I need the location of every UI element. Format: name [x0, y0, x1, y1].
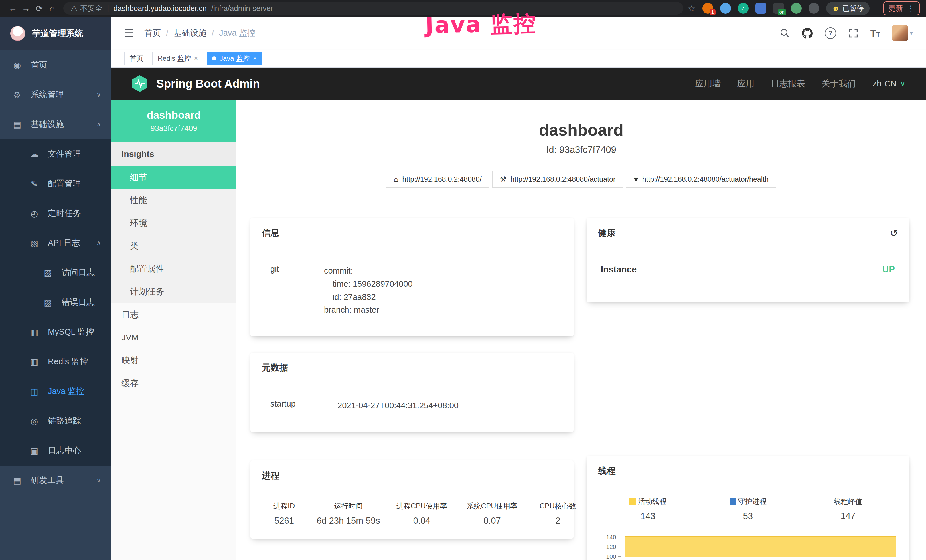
sba-body: dashboard 93a3fc7f7409 Insights 细节 性能 环境… — [111, 100, 926, 560]
sba-nav-wallboard[interactable]: 应用墙 — [695, 78, 721, 89]
threads-card-header: 线程 — [587, 456, 910, 486]
user-menu[interactable]: ▾ — [892, 25, 913, 41]
logo-avatar — [10, 26, 25, 41]
legend-label: 守护进程 — [738, 496, 767, 506]
sba-nav-applications[interactable]: 应用 — [737, 78, 754, 89]
sba-locale-select[interactable]: zh-CN ∨ — [872, 79, 905, 88]
header-actions: ? TT ▾ — [780, 25, 913, 41]
inst-item-mappings[interactable]: 映射 — [111, 349, 236, 372]
redis-icon: ▥ — [29, 357, 39, 367]
threads-chart: 140 120 100 — [598, 535, 898, 560]
extension-leaf-icon[interactable] — [791, 3, 802, 14]
tag-redis-monitor[interactable]: Redis 监控 × — [152, 51, 203, 65]
threads-card-body: 活动线程 143 守护进程 53 线程峰值 — [587, 486, 910, 560]
breadcrumb-home[interactable]: 首页 — [144, 27, 161, 39]
extension-pin-icon[interactable] — [808, 3, 819, 14]
address-bar[interactable]: ⚠ 不安全 | dashboard.yudao.iocoder.cn/infra… — [63, 2, 683, 15]
browser-home-icon[interactable]: ⌂ — [45, 3, 59, 13]
col-value: 0.04 — [390, 516, 454, 526]
sidebar-item-config-manage[interactable]: ✎ 配置管理 — [0, 169, 111, 198]
sidebar-item-label: Java 监控 — [48, 386, 84, 397]
service-url-link[interactable]: ⌂ http://192.168.0.2:48080/ — [386, 171, 489, 188]
sidebar-item-label: 配置管理 — [48, 178, 81, 189]
tag-java-monitor[interactable]: Java 监控 × — [207, 51, 262, 65]
file-icon: ☁ — [29, 149, 39, 159]
instance-header: dashboard 93a3fc7f7409 — [111, 100, 236, 142]
extension-check-icon[interactable]: ✓ — [738, 3, 749, 14]
url-separator: | — [107, 4, 109, 13]
help-icon[interactable]: ? — [825, 27, 836, 39]
browser-reload-icon[interactable]: ⟳ — [33, 3, 45, 14]
tag-label: Redis 监控 — [158, 54, 191, 63]
browser-back-icon[interactable]: ← — [6, 3, 20, 13]
search-icon[interactable] — [780, 28, 790, 38]
extension-on-icon[interactable]: on — [773, 3, 784, 14]
hamburger-icon[interactable]: ☰ — [124, 27, 134, 39]
avatar[interactable] — [892, 25, 908, 41]
bookmark-star-icon[interactable]: ☆ — [688, 3, 696, 14]
process-card-body: 进程ID 5261 运行时间 6d 23h 15m 59s — [250, 491, 573, 539]
heart-icon: ♥ — [634, 175, 638, 184]
sidebar-item-trace[interactable]: ◎ 链路追踪 — [0, 406, 111, 436]
inst-item-scheduled-tasks[interactable]: 计划任务 — [111, 280, 236, 303]
sidebar-item-error-log[interactable]: ▨ 错误日志 — [0, 288, 111, 317]
health-instance-row[interactable]: Instance UP — [601, 265, 896, 282]
fullscreen-icon[interactable] — [848, 28, 858, 38]
sidebar-item-home[interactable]: ◉ 首页 — [0, 50, 111, 80]
sidebar-item-redis-monitor[interactable]: ▥ Redis 监控 — [0, 347, 111, 377]
inst-item-classes[interactable]: 类 — [111, 235, 236, 257]
inst-item-environment[interactable]: 环境 — [111, 212, 236, 235]
paused-label: 已暂停 — [843, 4, 864, 13]
url-path: /infra/admin-server — [211, 4, 273, 13]
history-icon[interactable]: ↺ — [890, 227, 898, 239]
sba-nav-about[interactable]: 关于我们 — [822, 78, 856, 89]
sidebar-item-access-log[interactable]: ▨ 访问日志 — [0, 258, 111, 288]
chevron-up-icon: ∧ — [96, 239, 101, 247]
update-chip[interactable]: 更新 ⋮ — [883, 2, 920, 15]
paused-chip[interactable]: ☻ 已暂停 — [826, 2, 870, 15]
extension-grid-icon[interactable] — [755, 3, 766, 14]
tag-home[interactable]: 首页 — [124, 51, 149, 65]
security-warning[interactable]: ⚠ 不安全 — [71, 3, 102, 14]
browser-forward-icon[interactable]: → — [20, 3, 33, 13]
sidebar-item-label: 错误日志 — [62, 297, 95, 308]
col-header: 运行时间 — [312, 501, 385, 511]
sba-nav-journal[interactable]: 日志报表 — [771, 78, 805, 89]
instance-links: ⌂ http://192.168.0.2:48080/ ⚒ http://192… — [236, 171, 926, 188]
actuator-url-link[interactable]: ⚒ http://192.168.0.2:48080/actuator — [492, 171, 623, 188]
git-commit-id: id: 27aa832 — [324, 291, 559, 304]
log-center-icon: ▣ — [29, 446, 39, 456]
font-size-icon[interactable]: TT — [870, 28, 880, 38]
inst-item-logs[interactable]: 日志 — [111, 303, 236, 326]
extension-orange-icon[interactable]: 1 — [702, 3, 713, 14]
sidebar-item-infrastructure[interactable]: ▤ 基础设施 ∧ — [0, 109, 111, 139]
sba-brand[interactable]: Spring Boot Admin — [131, 74, 260, 93]
sidebar-item-log-center[interactable]: ▣ 日志中心 — [0, 436, 111, 466]
sidebar-item-java-monitor[interactable]: ◫ Java 监控 — [0, 377, 111, 406]
legend-value: 147 — [798, 511, 898, 521]
sidebar-item-system[interactable]: ⚙ 系统管理 ∨ — [0, 80, 111, 109]
metadata-card: 元数据 startup 2021-04-27T00:44:31.254+08:0… — [250, 353, 573, 432]
inst-item-metrics[interactable]: 性能 — [111, 189, 236, 212]
github-icon[interactable] — [802, 28, 813, 38]
close-icon[interactable]: × — [194, 55, 198, 62]
breadcrumb-infra[interactable]: 基础设施 — [173, 27, 206, 39]
trace-icon: ◎ — [29, 416, 39, 426]
card-title: 元数据 — [262, 362, 288, 374]
sidebar-item-label: 首页 — [31, 59, 47, 71]
browser-menu-icon[interactable]: ⋮ — [907, 4, 915, 13]
sidebar-item-api-log[interactable]: ▧ API 日志 ∧ — [0, 228, 111, 258]
inst-item-config-props[interactable]: 配置属性 — [111, 257, 236, 280]
caret-down-icon: ▾ — [910, 29, 913, 37]
health-url-link[interactable]: ♥ http://192.168.0.2:48080/actuator/heal… — [626, 171, 776, 188]
sidebar-item-mysql-monitor[interactable]: ▥ MySQL 监控 — [0, 317, 111, 347]
sidebar-item-cron-job[interactable]: ◴ 定时任务 — [0, 198, 111, 228]
legend-daemon-threads: 守护进程 53 — [698, 496, 798, 522]
close-icon[interactable]: × — [253, 55, 257, 62]
extension-drop-icon[interactable] — [720, 3, 731, 14]
inst-item-details[interactable]: 细节 — [111, 166, 236, 189]
inst-item-jvm[interactable]: JVM — [111, 326, 236, 349]
sidebar-item-file-manage[interactable]: ☁ 文件管理 — [0, 139, 111, 169]
sidebar-item-devtools[interactable]: ⬒ 研发工具 ∨ — [0, 466, 111, 495]
inst-item-caches[interactable]: 缓存 — [111, 372, 236, 395]
